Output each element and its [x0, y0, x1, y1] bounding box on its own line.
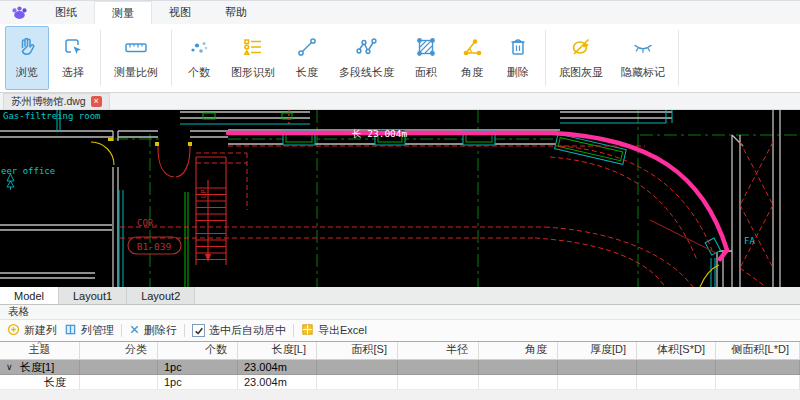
count-button[interactable]: 个数: [177, 26, 221, 90]
hide-marks-label: 隐藏标记: [621, 65, 665, 80]
column-manage-icon: [64, 323, 77, 338]
fa-label: FA: [744, 236, 755, 246]
layout-tab-bar: Model Layout1 Layout2: [0, 287, 800, 305]
auto-center-checkbox[interactable]: [192, 324, 205, 337]
length-label: 长度: [296, 65, 318, 80]
measurement-label: 长 23.004m: [352, 128, 408, 139]
count-dots-icon: [187, 32, 211, 62]
menu-tab-help[interactable]: 帮助: [208, 1, 264, 24]
length-button[interactable]: 长度: [285, 26, 329, 90]
dim-background-label: 底图灰显: [559, 65, 603, 80]
column-header-count[interactable]: 个数: [158, 342, 238, 360]
hand-icon: [15, 32, 39, 62]
room-label-left: eer office: [1, 166, 55, 176]
export-excel-button[interactable]: 导出Excel: [301, 323, 367, 338]
row-expander-icon[interactable]: ∨: [6, 362, 20, 372]
browse-button[interactable]: 浏览: [5, 26, 49, 90]
ribbon-toolbar: 浏览 选择 测量比例 个数: [0, 24, 800, 93]
table-empty-area: [0, 390, 800, 400]
measurement-table-header: ^ 主题 分类 个数 长度[L] 面积[S] 半径 角度 厚度[D] 体积[S*…: [0, 342, 800, 360]
select-button[interactable]: 选择: [51, 26, 95, 90]
area-hatch-icon: [414, 32, 438, 62]
select-label: 选择: [62, 65, 84, 80]
tab-model[interactable]: Model: [0, 287, 59, 304]
browse-label: 浏览: [16, 65, 38, 80]
close-icon[interactable]: ×: [91, 96, 102, 107]
length-line-icon: [295, 32, 319, 62]
delete-row-button[interactable]: 删除行: [129, 323, 177, 338]
corridor-label: COR.: [137, 218, 159, 228]
menu-tab-drawing[interactable]: 图纸: [38, 1, 94, 24]
auto-center-option[interactable]: 选中后自动居中: [192, 323, 286, 338]
document-title: 苏州博物馆.dwg: [11, 95, 86, 109]
measure-scale-label: 测量比例: [114, 65, 158, 80]
angle-label: 角度: [461, 65, 483, 80]
shape-recognition-label: 图形识别: [231, 65, 275, 80]
group-separator: [678, 30, 679, 86]
column-header-radius[interactable]: 半径: [398, 342, 479, 360]
add-column-icon: [7, 323, 20, 338]
count-label: 个数: [188, 65, 210, 80]
column-header-length[interactable]: 长度[L]: [238, 342, 317, 360]
polyline-icon: [354, 32, 380, 62]
shape-list-icon: [241, 32, 265, 62]
angle-icon: [460, 32, 484, 62]
column-header-area[interactable]: 面积[S]: [317, 342, 398, 360]
document-tab[interactable]: 苏州博物馆.dwg ×: [3, 93, 110, 109]
dim-background-button[interactable]: 底图灰显: [551, 26, 611, 90]
area-label: 面积: [415, 65, 437, 80]
hide-marks-icon: [630, 32, 656, 62]
menu-tab-measure[interactable]: 测量: [94, 1, 152, 24]
polyline-length-label: 多段线长度: [339, 65, 394, 80]
group-separator: [100, 30, 101, 86]
canvas-floorplan: Gas-filtreing room eer office COR. B1-03…: [0, 110, 800, 287]
hide-marks-button[interactable]: 隐藏标记: [613, 26, 673, 90]
room-label-top: Gas-filtreing room: [3, 111, 101, 121]
menu-tab-view[interactable]: 视图: [152, 1, 208, 24]
angle-button[interactable]: 角度: [450, 26, 494, 90]
auto-center-label: 选中后自动居中: [209, 323, 286, 338]
polyline-length-button[interactable]: 多段线长度: [331, 26, 402, 90]
trash-icon: [506, 32, 530, 62]
tab-layout2[interactable]: Layout2: [127, 287, 195, 304]
delete-label: 删除: [507, 65, 529, 80]
export-excel-icon: [301, 323, 314, 338]
tab-layout1[interactable]: Layout1: [59, 287, 127, 304]
column-header-angle[interactable]: 角度: [479, 342, 558, 360]
menu-bar: 图纸 测量 视图 帮助: [0, 0, 800, 24]
table-toolbar: 新建列 列管理 删除行 选中后自动居中: [0, 320, 800, 342]
dim-background-icon: [569, 32, 593, 62]
delete-row-icon: [129, 324, 140, 337]
area-button[interactable]: 面积: [404, 26, 448, 90]
toolbar-separator: [184, 324, 185, 337]
add-column-button[interactable]: 新建列: [7, 323, 57, 338]
shape-recognition-button[interactable]: 图形识别: [223, 26, 283, 90]
column-header-category[interactable]: 分类: [80, 342, 158, 360]
app-logo-icon[interactable]: [0, 1, 38, 24]
ruler-icon: [123, 32, 149, 62]
cad-canvas[interactable]: Gas-filtreing room eer office COR. B1-03…: [0, 110, 800, 287]
sort-indicator: ^: [38, 340, 42, 347]
column-manage-button[interactable]: 列管理: [64, 323, 114, 338]
cursor-select-icon: [61, 32, 85, 62]
group-separator: [545, 30, 546, 86]
table-row[interactable]: ∨ 长度[1] 1pc 23.004m: [0, 360, 800, 375]
table-row[interactable]: 长度 1pc 23.004m: [0, 375, 800, 390]
document-tab-bar: 苏州博物馆.dwg ×: [0, 93, 800, 110]
delete-button[interactable]: 删除: [496, 26, 540, 90]
column-header-side-area[interactable]: 侧面积[L*D]: [716, 342, 800, 360]
column-header-volume[interactable]: 体积[S*D]: [637, 342, 716, 360]
toolbar-separator: [121, 324, 122, 337]
toolbar-separator: [293, 324, 294, 337]
room-code-label: B1-039: [137, 241, 172, 252]
column-header-thickness[interactable]: 厚度[D]: [558, 342, 637, 360]
column-header-theme[interactable]: ^ 主题: [0, 342, 80, 360]
stair-direction-label: UP: [200, 190, 208, 198]
table-panel-bar: 表格: [0, 305, 800, 320]
group-separator: [171, 30, 172, 86]
table-panel-title: 表格: [8, 305, 29, 319]
measure-scale-button[interactable]: 测量比例: [106, 26, 166, 90]
